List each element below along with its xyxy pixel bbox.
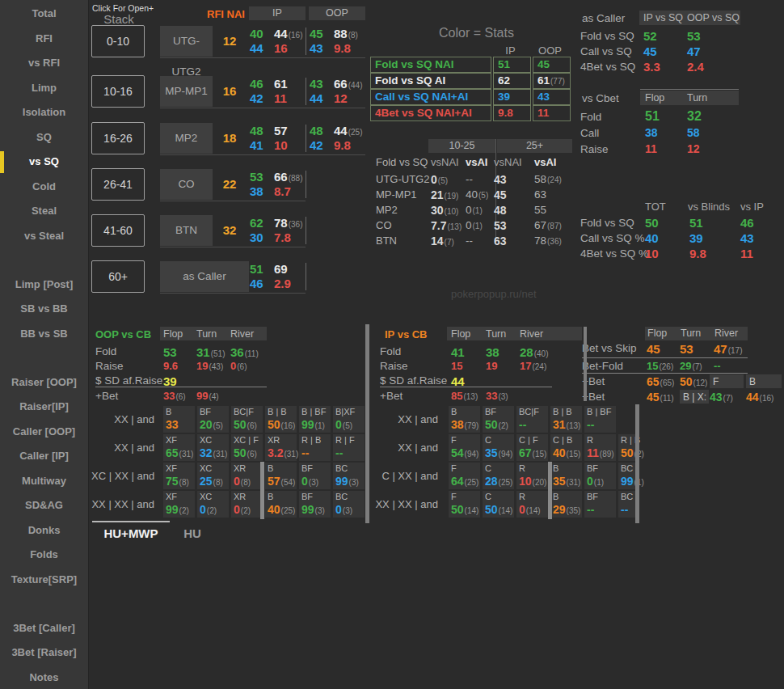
- stat-value: 50(6): [231, 446, 263, 461]
- stack-box[interactable]: 60+: [91, 260, 145, 293]
- stack-header: Stack: [91, 12, 146, 26]
- stat-value: 44: [249, 41, 269, 56]
- section-scrollbar[interactable]: [584, 327, 587, 401]
- stat-value: 50(6): [231, 418, 263, 433]
- stat-label: $ SD af.Raise: [95, 374, 162, 387]
- sidebar-item-total[interactable]: Total: [0, 2, 88, 27]
- sidebar-item-sq[interactable]: SQ: [0, 125, 88, 150]
- action-line-header: F: [449, 434, 480, 446]
- stat-value: 43: [309, 77, 329, 91]
- stack-box[interactable]: 10-16: [91, 75, 145, 108]
- stat-value: 33(3): [486, 390, 508, 402]
- stat-value: 11: [645, 142, 687, 155]
- grid-cell: B33: [163, 406, 195, 433]
- stat-value: 44(16): [269, 27, 306, 41]
- tab-hu[interactable]: HU: [176, 526, 209, 540]
- sidebar-item-caller-oop[interactable]: Caller [OOP]: [0, 420, 88, 445]
- sidebar-item-raiser-ip[interactable]: Raiser[IP]: [0, 395, 88, 420]
- action-line-header: XF: [163, 434, 195, 446]
- stat-value: --: [466, 235, 494, 247]
- sidebar-item-vs-steal[interactable]: vs Steal: [0, 224, 88, 249]
- stat-value: 28(25): [483, 475, 514, 489]
- sidebar-item-donks[interactable]: Donks: [0, 518, 88, 543]
- stack-box[interactable]: 41-60: [91, 214, 145, 247]
- stat-value: 75(8): [163, 475, 195, 489]
- vs-cbet-label: vs Cbet: [582, 92, 619, 104]
- stat-value: 69: [269, 262, 306, 277]
- sidebar-item-texture-srp[interactable]: Texture[SRP]: [0, 568, 88, 593]
- position-badge[interactable]: UTG-UTG2: [160, 26, 213, 57]
- section-scrollbar[interactable]: [365, 324, 369, 523]
- section-scrollbar[interactable]: [635, 404, 639, 523]
- stat-value: 10(20): [516, 475, 548, 489]
- stack-box[interactable]: 26-41: [91, 168, 145, 201]
- sidebar-item-isolation[interactable]: Isolation: [0, 100, 88, 125]
- color-stats-ip-header: IP: [491, 44, 529, 57]
- action-line-header: XC | F: [231, 434, 263, 446]
- stat-label: Raise: [380, 360, 408, 372]
- sidebar-item-caller-ip[interactable]: Caller [IP]: [0, 444, 88, 469]
- vs-blinds-header: vs Blinds: [688, 201, 730, 213]
- grid-cell: XR0(8): [231, 463, 263, 489]
- grid-cell: B29(35): [550, 491, 582, 518]
- sidebar-item-sd-ag[interactable]: SD&AG: [0, 493, 88, 518]
- stat-value: 9.6: [163, 360, 178, 372]
- action-line-header: B: [550, 491, 582, 503]
- position-badge[interactable]: CO: [160, 169, 213, 200]
- sidebar-item-folds[interactable]: Folds: [0, 543, 88, 568]
- sidebar-item-multiway[interactable]: Multiway: [0, 469, 88, 494]
- action-line-header: C: [483, 491, 514, 503]
- sidebar-item-rfi[interactable]: RFI: [0, 27, 88, 52]
- stat-value: 12: [687, 142, 700, 155]
- stat-value: 10: [269, 138, 306, 153]
- sidebar-item-sb-vs-bb[interactable]: SB vs BB: [0, 297, 88, 322]
- sidebar-item-3bet-raiser[interactable]: 3Bet [Raiser]: [0, 640, 88, 666]
- grid-cell: R | B50(2): [618, 434, 635, 461]
- stat-value: 29(35): [550, 503, 582, 518]
- stat-value: 40: [249, 27, 269, 41]
- stat-value: 51: [249, 262, 269, 277]
- position-badge[interactable]: BTN: [160, 215, 213, 246]
- stat-value: 43: [309, 41, 329, 56]
- stat-value: 85(13): [451, 390, 478, 402]
- position-badge[interactable]: MP2: [160, 123, 213, 154]
- stat-value: 50(2): [618, 446, 635, 461]
- stat-value: 30(10): [431, 204, 466, 217]
- stat-value: 11: [533, 105, 571, 121]
- grid-cell: BF0(1): [584, 463, 616, 489]
- sidebar-item-limp[interactable]: Limp: [0, 76, 88, 101]
- stack-box[interactable]: 0-10: [91, 25, 145, 57]
- position-badge[interactable]: MP-MP1: [160, 76, 213, 107]
- sidebar-item-bb-vs-sb[interactable]: BB vs SB: [0, 322, 88, 347]
- sidebar-item-raiser-oop[interactable]: Raiser [OOP]: [0, 370, 88, 395]
- sidebar-item-cold[interactable]: Cold: [0, 175, 88, 200]
- tab-hu-mwp[interactable]: HU+MWP: [91, 526, 171, 540]
- stat-value: 25(8): [197, 475, 229, 489]
- sidebar-item-vs-rfi[interactable]: vs RFI: [0, 51, 88, 76]
- grid-cell: C | F67(15): [516, 434, 548, 461]
- position-badge[interactable]: as Caller: [160, 261, 249, 292]
- b-x-label: B | X:: [680, 390, 709, 404]
- stat-value: 99(1): [618, 475, 635, 489]
- stat-label: Raise: [95, 360, 124, 372]
- ip-oop-divider: [306, 263, 306, 290]
- sidebar-item-3bet-caller[interactable]: 3Bet [Caller]: [0, 616, 88, 641]
- sidebar-item-vs-sq[interactable]: vs SQ: [0, 150, 88, 175]
- stat-value: 57(54): [265, 475, 297, 489]
- stat-value: 41: [249, 138, 269, 153]
- stat-value: --: [618, 503, 635, 517]
- ip-vs-sq-header: IP vs SQ: [643, 12, 683, 23]
- stack-box[interactable]: 16-26: [91, 122, 145, 154]
- action-line-header: B: [265, 463, 297, 475]
- stat-value: 20(5): [197, 418, 229, 433]
- sidebar-item-limp-post[interactable]: Limp [Post]: [0, 273, 88, 298]
- action-line-header: XR: [231, 463, 263, 475]
- stat-value: 50: [645, 216, 689, 230]
- grid-cell: XC | F50(6): [231, 434, 263, 461]
- action-line-header: BF: [299, 463, 331, 475]
- stat-label: Fold vs SQ AI: [370, 73, 491, 89]
- sidebar-item-notes[interactable]: Notes: [0, 666, 88, 689]
- sidebar-item-steal[interactable]: Steal: [0, 199, 88, 224]
- grid-row-label: XX | and: [91, 406, 159, 433]
- stat-value: 0(3): [299, 475, 331, 489]
